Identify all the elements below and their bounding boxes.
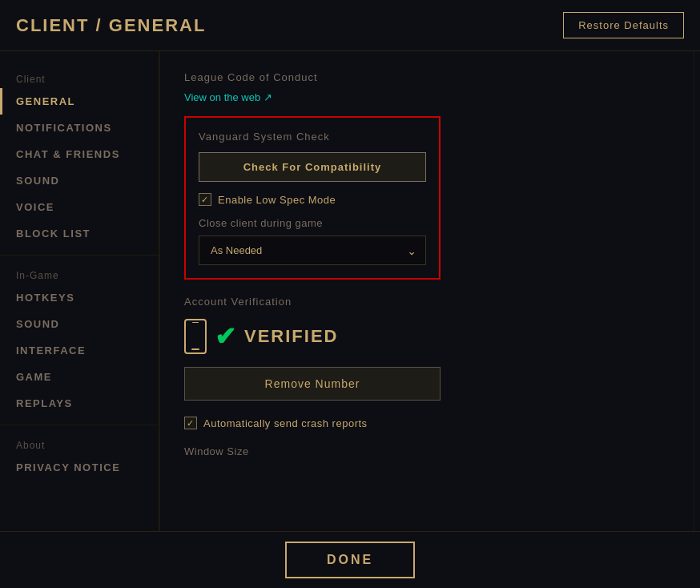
svg-rect-0 <box>185 320 206 353</box>
check-compatibility-button[interactable]: Check For Compatibility <box>199 152 426 182</box>
sidebar-about-label: About <box>0 433 159 454</box>
sidebar-ingame-label: In-Game <box>0 264 159 284</box>
close-client-label: Close client during game <box>199 217 426 229</box>
crash-reports-label: Automatically send crash reports <box>203 417 368 429</box>
account-section: Account Verification ✔ VERIFIED Remove N… <box>184 296 670 457</box>
sidebar-item-block-list[interactable]: BLOCK LIST <box>0 220 159 247</box>
sidebar-divider <box>0 255 159 256</box>
sidebar-client-label: Client <box>0 67 159 88</box>
svg-rect-2 <box>192 322 199 323</box>
vanguard-title: Vanguard System Check <box>199 131 426 143</box>
low-spec-row: ✓ Enable Low Spec Mode <box>199 193 426 206</box>
verified-text: VERIFIED <box>244 326 338 347</box>
remove-number-button[interactable]: Remove Number <box>184 367 441 401</box>
title-bold: GENERAL <box>109 15 207 35</box>
main-layout: Client GENERAL NOTIFICATIONS CHAT & FRIE… <box>0 51 700 531</box>
low-spec-label: Enable Low Spec Mode <box>218 194 336 206</box>
sidebar-item-game[interactable]: GAME <box>0 364 159 390</box>
sidebar-item-interface[interactable]: INTERFACE <box>0 337 159 364</box>
page-title: CLIENT / GENERAL <box>16 15 206 36</box>
restore-defaults-button[interactable]: Restore Defaults <box>563 12 684 38</box>
header: CLIENT / GENERAL Restore Defaults <box>0 0 700 51</box>
title-prefix: CLIENT / <box>16 15 109 35</box>
view-on-web-link[interactable]: View on the web ↗ <box>184 91 272 103</box>
footer: DONE <box>0 531 700 588</box>
sidebar-item-sound-ingame[interactable]: SOUND <box>0 311 159 337</box>
sidebar-item-general[interactable]: GENERAL <box>0 88 159 115</box>
sidebar-item-hotkeys[interactable]: HOTKEYS <box>0 284 159 311</box>
close-client-dropdown[interactable]: As Needed Never Always <box>199 236 426 265</box>
verified-row: ✔ VERIFIED <box>184 319 670 354</box>
crash-reports-checkbox[interactable]: ✓ <box>184 417 197 429</box>
sidebar-item-voice[interactable]: VOICE <box>0 194 159 220</box>
window-size-label: Window Size <box>184 445 670 457</box>
scrollbar-track[interactable] <box>694 51 700 531</box>
close-client-dropdown-wrapper: As Needed Never Always <box>199 236 426 265</box>
crash-reports-row: ✓ Automatically send crash reports <box>184 417 670 429</box>
sidebar-item-privacy-notice[interactable]: PRIVACY NOTICE <box>0 454 159 481</box>
vanguard-box: Vanguard System Check Check For Compatib… <box>184 116 441 280</box>
svg-rect-1 <box>191 348 199 350</box>
low-spec-checkbox[interactable]: ✓ <box>199 193 211 206</box>
sidebar-item-sound[interactable]: SOUND <box>0 167 159 194</box>
sidebar-divider-2 <box>0 425 159 425</box>
done-button[interactable]: DONE <box>285 542 415 578</box>
verified-checkmark-icon: ✔ <box>215 324 236 349</box>
sidebar: Client GENERAL NOTIFICATIONS CHAT & FRIE… <box>0 51 160 531</box>
account-title: Account Verification <box>184 296 670 308</box>
content-area: League Code of Conduct View on the web ↗… <box>160 51 694 531</box>
sidebar-item-chat-friends[interactable]: CHAT & FRIENDS <box>0 141 159 167</box>
sidebar-item-replays[interactable]: REPLAYS <box>0 390 159 417</box>
sidebar-item-notifications[interactable]: NOTIFICATIONS <box>0 115 159 141</box>
league-code-title: League Code of Conduct <box>184 71 670 83</box>
phone-icon <box>184 319 207 354</box>
